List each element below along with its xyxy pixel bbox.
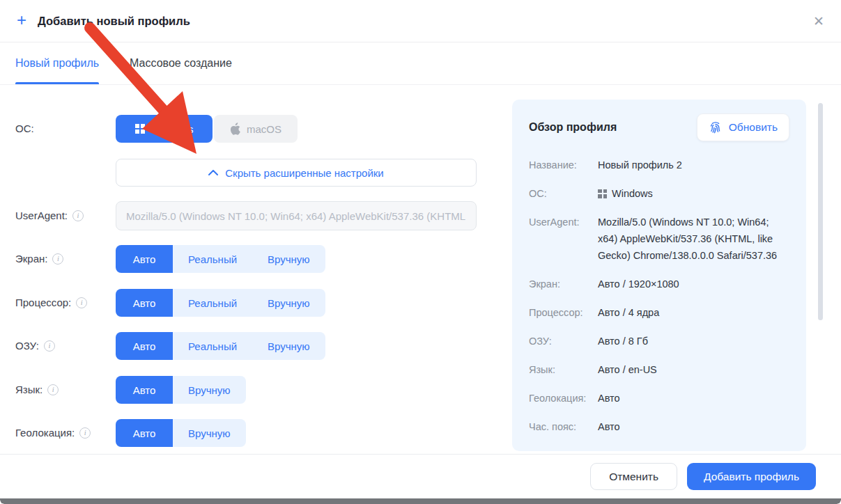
profile-overview-panel: Обзор профиля Обновить Названи (512, 100, 806, 451)
tab-bulk-create[interactable]: Массовое создание (130, 42, 232, 84)
overview-row-cpu: Процессор: Авто / 4 ядра (529, 304, 789, 321)
info-icon[interactable]: i (52, 253, 63, 265)
overview-title: Обзор профиля (529, 121, 617, 134)
geolocation-label: Геолокация: i (15, 427, 91, 439)
os-label-text: ОС: (15, 123, 34, 134)
overview-os-label: ОС: (529, 185, 598, 202)
cpu-label-text: Процессор: (15, 297, 71, 308)
geolocation-option-manual[interactable]: Вручную (173, 419, 246, 447)
chevron-up-icon (208, 170, 218, 175)
refresh-fingerprint-button[interactable]: Обновить (697, 113, 789, 141)
vertical-scrollbar[interactable] (818, 103, 823, 320)
ram-option-auto[interactable]: Авто (116, 332, 173, 360)
os-toggle-group: Windows macOS (116, 115, 298, 143)
screen-label: Экран: i (15, 253, 63, 265)
overview-geolocation-label: Геолокация: (529, 390, 598, 407)
tab-new-profile[interactable]: Новый профиль (15, 42, 99, 84)
cpu-option-real[interactable]: Реальный (173, 289, 252, 317)
info-icon[interactable]: i (76, 297, 87, 308)
geolocation-segment-control: Авто Вручную (116, 419, 246, 447)
cpu-label: Процессор: i (15, 297, 87, 308)
overview-row-ram: ОЗУ: Авто / 8 Гб (529, 333, 789, 349)
cpu-option-auto[interactable]: Авто (116, 289, 173, 317)
os-option-windows-label: Windows (151, 123, 194, 135)
overview-row-timezone: Час. пояс: Авто (529, 418, 789, 435)
windows-icon (598, 189, 607, 198)
useragent-label-text: UserAgent: (15, 210, 68, 221)
language-label-text: Язык: (15, 384, 43, 395)
overview-screen-label: Экран: (529, 276, 598, 292)
overview-cpu-value: Авто / 4 ядра (598, 304, 659, 321)
overview-language-value: Авто / en-US (598, 361, 657, 378)
overview-os-value-text: Windows (612, 185, 653, 202)
overview-geolocation-value: Авто (598, 390, 620, 407)
overview-cpu-label: Процессор: (529, 304, 598, 321)
overview-ram-value: Авто / 8 Гб (598, 333, 648, 349)
overview-row-useragent: UserAgent: Mozilla/5.0 (Windows NT 10.0;… (529, 214, 789, 264)
dialog-footer: Отменить Добавить профиль (0, 454, 841, 498)
language-option-auto[interactable]: Авто (116, 376, 173, 404)
os-option-macos[interactable]: macOS (214, 115, 298, 143)
cpu-segment-control: Авто Реальный Вручную (116, 289, 325, 317)
geolocation-label-text: Геолокация: (15, 427, 75, 439)
overview-language-label: Язык: (529, 361, 598, 378)
language-segment-control: Авто Вручную (116, 376, 246, 404)
refresh-button-label: Обновить (729, 121, 778, 134)
hide-advanced-settings-button[interactable]: Скрыть расширенные настройки (116, 159, 477, 187)
tab-bulk-create-label: Массовое создание (130, 57, 232, 70)
cancel-button[interactable]: Отменить (590, 463, 677, 490)
dialog-header: + Добавить новый профиль ✕ (0, 0, 841, 42)
tab-new-profile-label: Новый профиль (15, 57, 99, 70)
screen-label-text: Экран: (15, 253, 47, 265)
add-profile-button[interactable]: Добавить профиль (687, 463, 816, 490)
ram-label-text: ОЗУ: (15, 340, 39, 352)
add-profile-dialog: + Добавить новый профиль ✕ Новый профиль… (0, 0, 841, 504)
os-option-windows[interactable]: Windows (116, 115, 213, 143)
screen-option-auto[interactable]: Авто (116, 245, 173, 273)
language-option-manual[interactable]: Вручную (173, 376, 246, 404)
ram-segment-control: Авто Реальный Вручную (116, 332, 325, 360)
overview-os-value: Windows (598, 185, 653, 202)
useragent-input[interactable] (116, 201, 477, 230)
info-icon[interactable]: i (44, 340, 55, 352)
windows-icon (135, 124, 145, 134)
overview-row-geolocation: Геолокация: Авто (529, 390, 789, 407)
info-icon[interactable]: i (79, 427, 91, 439)
screen-option-manual[interactable]: Вручную (252, 245, 325, 273)
screen-segment-control: Авто Реальный Вручную (116, 245, 325, 273)
overview-screen-value: Авто / 1920×1080 (598, 276, 679, 292)
apple-icon (230, 123, 240, 135)
geolocation-option-auto[interactable]: Авто (116, 419, 173, 447)
ram-option-manual[interactable]: Вручную (252, 332, 325, 360)
cpu-option-manual[interactable]: Вручную (252, 289, 325, 317)
useragent-label: UserAgent: i (15, 210, 84, 221)
tab-bar: Новый профиль Массовое создание (0, 42, 841, 85)
screen-option-real[interactable]: Реальный (173, 245, 252, 273)
hide-advanced-settings-label: Скрыть расширенные настройки (225, 167, 384, 179)
plus-icon: + (17, 12, 26, 29)
info-icon[interactable]: i (47, 384, 59, 395)
overview-timezone-label: Час. пояс: (529, 418, 598, 435)
overview-name-label: Название: (529, 157, 598, 173)
ram-label: ОЗУ: i (15, 340, 55, 352)
overview-timezone-value: Авто (598, 418, 620, 435)
overview-row-os: ОС: Windows (529, 185, 789, 202)
language-label: Язык: i (15, 384, 59, 395)
overview-useragent-label: UserAgent: (529, 214, 598, 230)
overview-useragent-value: Mozilla/5.0 (Windows NT 10.0; Win64; x64… (598, 214, 789, 264)
fingerprint-icon (709, 120, 723, 134)
info-icon[interactable]: i (72, 210, 84, 221)
dialog-title: Добавить новый профиль (38, 15, 190, 28)
overview-row-name: Название: Новый профиль 2 (529, 157, 789, 173)
window-bottom-edge (0, 498, 841, 504)
overview-row-language: Язык: Авто / en-US (529, 361, 789, 378)
overview-row-screen: Экран: Авто / 1920×1080 (529, 276, 789, 292)
overview-name-value: Новый профиль 2 (598, 157, 682, 173)
overview-ram-label: ОЗУ: (529, 333, 598, 349)
ram-option-real[interactable]: Реальный (173, 332, 252, 360)
close-icon[interactable]: ✕ (813, 15, 824, 28)
os-option-macos-label: macOS (247, 123, 281, 135)
os-label: ОС: (15, 123, 34, 134)
